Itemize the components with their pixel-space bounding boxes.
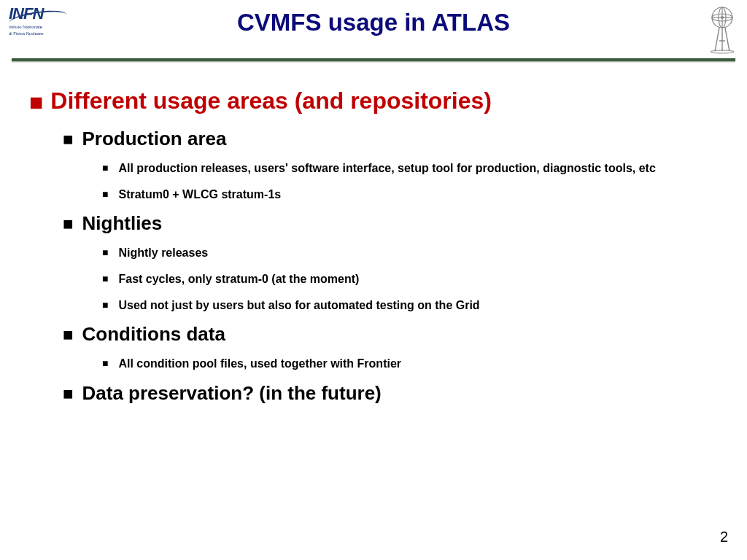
list-item: ■ Stratum0 + WLCG stratum-1s (102, 187, 718, 203)
list-item: ■ Fast cycles, only stratum-0 (at the mo… (102, 271, 718, 287)
list-item: ■ All condition pool files, used togethe… (102, 356, 718, 372)
list-item-text: Stratum0 + WLCG stratum-1s (118, 187, 281, 203)
list-item-text: All production releases, users' software… (118, 160, 655, 176)
section-nightlies: ■ Nightlies (63, 212, 718, 235)
section-title: Conditions data (82, 323, 225, 346)
square-bullet-icon: ■ (102, 189, 108, 199)
slide: INFN Istituto Nazionale di Fisica Nuclea… (0, 0, 747, 560)
list-item: ■ Used not just by users but also for au… (102, 298, 718, 314)
square-bullet-icon: ■ (63, 385, 74, 402)
list-item: ■ All production releases, users' softwa… (102, 160, 718, 176)
list-item-text: Fast cycles, only stratum-0 (at the mome… (118, 271, 359, 287)
header-divider (12, 58, 735, 61)
square-bullet-icon: ■ (102, 273, 108, 284)
square-bullet-icon: ■ (102, 247, 108, 257)
section-title: Production area (82, 128, 227, 150)
atlas-logo (705, 3, 740, 54)
main-heading-row: ■ Different usage areas (and repositorie… (29, 88, 718, 114)
square-bullet-icon: ■ (63, 326, 74, 343)
section-production: ■ Production area (63, 128, 718, 150)
square-bullet-icon: ■ (102, 163, 108, 173)
page-number: 2 (720, 529, 728, 545)
square-bullet-icon: ■ (102, 358, 108, 368)
square-bullet-icon: ■ (63, 215, 74, 233)
svg-point-5 (721, 16, 724, 19)
page-title: CVMFS usage in ATLAS (0, 9, 747, 36)
section-conditions: ■ Conditions data (63, 323, 718, 346)
section-title: Nightlies (82, 212, 163, 235)
square-bullet-icon: ■ (29, 90, 43, 114)
section-data-preservation: ■ Data preservation? (in the future) (63, 382, 718, 405)
square-bullet-icon: ■ (102, 300, 108, 310)
list-item: ■ Nightly releases (102, 245, 718, 261)
list-item-text: All condition pool files, used together … (118, 356, 401, 372)
list-item-text: Nightly releases (118, 245, 208, 261)
section-title: Data preservation? (in the future) (82, 382, 382, 405)
square-bullet-icon: ■ (63, 131, 74, 148)
content: ■ Different usage areas (and repositorie… (29, 88, 718, 409)
list-item-text: Used not just by users but also for auto… (118, 298, 479, 314)
main-heading: Different usage areas (and repositories) (50, 88, 492, 114)
header: INFN Istituto Nazionale di Fisica Nuclea… (0, 0, 747, 66)
